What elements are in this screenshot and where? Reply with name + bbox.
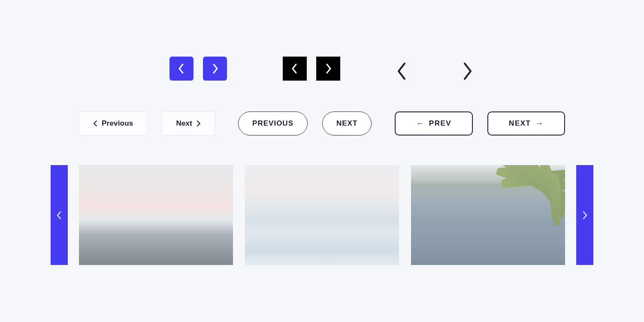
next-button[interactable]: Next	[162, 111, 215, 135]
previous-label: PREV	[429, 119, 451, 128]
chevron-right-icon	[197, 120, 201, 127]
previous-label: PREVIOUS	[252, 119, 293, 128]
next-button-black[interactable]	[316, 57, 340, 81]
previous-button[interactable]: PREVIOUS	[238, 111, 308, 135]
carousel-prev-button[interactable]	[51, 165, 68, 265]
labeled-nav-pair-thick: ← PREV NEXT →	[395, 111, 565, 135]
arrow-left-icon: ←	[416, 120, 425, 127]
labeled-nav-pair-grey: Previous Next	[79, 111, 215, 135]
next-label: NEXT	[509, 119, 531, 128]
chevron-left-icon	[178, 63, 185, 75]
icon-nav-group-blue	[169, 57, 227, 81]
chevron-right-icon	[461, 62, 473, 81]
icon-nav-group-black	[283, 57, 340, 81]
previous-button[interactable]: ← PREV	[395, 111, 473, 135]
next-label: Next	[176, 119, 192, 128]
next-label: NEXT	[336, 119, 357, 128]
prev-button-plain[interactable]	[396, 62, 410, 75]
carousel-slides	[79, 165, 565, 265]
chevron-right-icon	[211, 63, 219, 75]
chevron-left-icon	[56, 211, 62, 220]
carousel-next-button[interactable]	[576, 165, 593, 265]
carousel-slide[interactable]	[79, 165, 233, 265]
carousel-slide[interactable]	[411, 165, 565, 265]
icon-nav-group-plain	[396, 62, 475, 75]
image-carousel	[51, 165, 593, 265]
palm-decoration	[484, 165, 565, 265]
next-button[interactable]: NEXT	[322, 111, 372, 135]
chevron-left-icon	[396, 62, 408, 81]
chevron-left-icon	[291, 63, 299, 75]
next-button[interactable]: NEXT →	[487, 111, 565, 135]
prev-button-black[interactable]	[283, 57, 307, 81]
chevron-left-icon	[93, 120, 97, 127]
icon-nav-row	[0, 57, 644, 81]
labeled-nav-row: Previous Next PREVIOUS NEXT ← PREV NEXT …	[0, 111, 644, 135]
prev-button-blue[interactable]	[169, 57, 194, 81]
previous-button[interactable]: Previous	[79, 111, 147, 135]
chevron-right-icon	[324, 63, 332, 75]
next-button-plain[interactable]	[461, 62, 475, 75]
labeled-nav-pair-rounded: PREVIOUS NEXT	[238, 111, 372, 135]
carousel-slide[interactable]	[245, 165, 399, 265]
chevron-right-icon	[582, 211, 588, 220]
arrow-right-icon: →	[535, 120, 544, 127]
next-button-blue[interactable]	[203, 57, 227, 81]
previous-label: Previous	[102, 119, 133, 128]
